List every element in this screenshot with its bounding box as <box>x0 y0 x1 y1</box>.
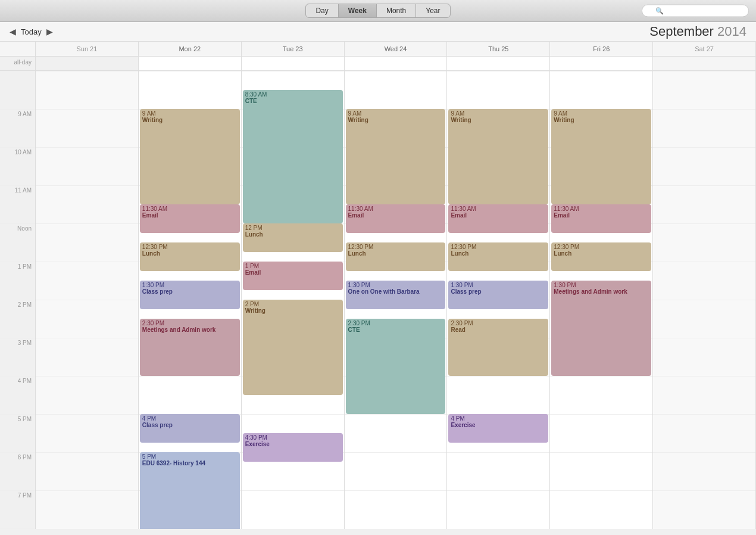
all-day-cell-tue <box>242 57 345 70</box>
event-fri-lunch[interactable]: 12:30 PM Lunch <box>551 242 651 271</box>
time-slot-4pm: 4 PM <box>0 376 35 414</box>
nav-bar: ◀ Today ▶ September 2014 <box>0 22 756 42</box>
event-mon-classprep1[interactable]: 1:30 PM Class prep <box>140 281 240 309</box>
event-mon-writing[interactable]: 9 AM Writing <box>140 109 240 204</box>
day-column-thu: 9 AM Writing 11:30 AM Email 12:30 PM Lun… <box>447 71 550 529</box>
day-header-sun: Sun 21 <box>36 42 139 56</box>
week-view-button[interactable]: Week <box>339 4 377 17</box>
event-tue-exercise[interactable]: 4:30 PM Exercise <box>243 433 343 462</box>
all-day-cell-sun <box>36 57 139 70</box>
event-fri-writing[interactable]: 9 AM Writing <box>551 109 651 204</box>
day-column-wed: 9 AM Writing 11:30 AM Email 12:30 PM Lun… <box>345 71 448 529</box>
event-tue-email[interactable]: 1 PM Email <box>243 262 343 290</box>
calendar-container: Sun 21 Mon 22 Tue 23 Wed 24 Thu 25 Fri 2… <box>0 42 756 529</box>
event-mon-lunch[interactable]: 12:30 PM Lunch <box>140 242 240 271</box>
today-button[interactable]: Today <box>21 27 42 36</box>
day-header-wed: Wed 24 <box>345 42 448 56</box>
all-day-cell-mon <box>139 57 242 70</box>
event-wed-writing[interactable]: 9 AM Writing <box>346 109 446 204</box>
day-column-sat <box>653 71 756 529</box>
day-header-tue: Tue 23 <box>242 42 345 56</box>
event-thu-classprep[interactable]: 1:30 PM Class prep <box>448 281 548 309</box>
all-day-cell-fri <box>550 57 653 70</box>
event-wed-lunch[interactable]: 12:30 PM Lunch <box>346 242 446 271</box>
time-slot-10am: 10 AM <box>0 147 35 185</box>
day-column-sun <box>36 71 139 529</box>
event-mon-edu[interactable]: 5 PM EDU 6392- History 144 <box>140 452 240 529</box>
day-header-fri: Fri 26 <box>550 42 653 56</box>
time-column: 9 AM 10 AM 11 AM Noon 1 PM 2 PM 3 PM 4 P… <box>0 71 36 529</box>
event-tue-writing[interactable]: 2 PM Writing <box>243 300 343 395</box>
event-tue-cte[interactable]: 8:30 AM CTE <box>243 90 343 223</box>
time-slot-6pm: 6 PM <box>0 452 35 490</box>
time-slot-noon: Noon <box>0 223 35 262</box>
all-day-cell-wed <box>345 57 448 70</box>
event-fri-meetings[interactable]: 1:30 PM Meetings and Admin work <box>551 281 651 376</box>
event-wed-cte[interactable]: 2:30 PM CTE <box>346 319 446 414</box>
event-mon-meetings[interactable]: 2:30 PM Meetings and Admin work <box>140 319 240 376</box>
day-headers: Sun 21 Mon 22 Tue 23 Wed 24 Thu 25 Fri 2… <box>0 42 756 57</box>
day-header-thu: Thu 25 <box>447 42 550 56</box>
event-mon-classprep2[interactable]: 4 PM Class prep <box>140 414 240 443</box>
all-day-cell-sat <box>653 57 756 70</box>
month-name: September <box>649 24 717 39</box>
time-slot-2pm: 2 PM <box>0 300 35 338</box>
search-bar[interactable]: 🔍 <box>642 5 749 17</box>
time-gutter-header <box>0 42 36 56</box>
toolbar: Day Week Month Year 🔍 <box>0 0 756 22</box>
all-day-row: all-day <box>0 57 756 71</box>
view-switcher: Day Week Month Year <box>305 4 450 18</box>
time-slot-3pm: 3 PM <box>0 338 35 376</box>
time-slot-9am: 9 AM <box>0 109 35 147</box>
event-mon-email[interactable]: 11:30 AM Email <box>140 204 240 233</box>
month-title: September 2014 <box>649 24 746 39</box>
nav-arrows: ◀ Today ▶ <box>10 27 53 36</box>
app-container: Day Week Month Year 🔍 ◀ Today ▶ Septembe… <box>0 0 756 529</box>
next-button[interactable]: ▶ <box>46 27 53 36</box>
day-column-tue: 8:30 AM CTE 12 PM Lunch 1 PM Email <box>242 71 345 529</box>
day-column-mon: 9 AM Writing 11:30 AM Email 12:30 PM Lun… <box>139 71 242 529</box>
time-slot-8am <box>0 71 35 109</box>
time-slot-5pm: 5 PM <box>0 414 35 452</box>
day-view-button[interactable]: Day <box>306 4 338 17</box>
event-fri-email[interactable]: 11:30 AM Email <box>551 204 651 233</box>
day-column-fri: 9 AM Writing 11:30 AM Email 12:30 PM Lun… <box>550 71 653 529</box>
time-slot-1pm: 1 PM <box>0 262 35 300</box>
time-slot-11am: 11 AM <box>0 185 35 223</box>
event-wed-email[interactable]: 11:30 AM Email <box>346 204 446 233</box>
event-wed-oneonone[interactable]: 1:30 PM One on One with Barbara <box>346 281 446 309</box>
day-header-mon: Mon 22 <box>139 42 242 56</box>
year: 2014 <box>717 24 746 39</box>
all-day-cell-thu <box>447 57 550 70</box>
event-thu-exercise[interactable]: 4 PM Exercise <box>448 414 548 443</box>
year-view-button[interactable]: Year <box>416 4 449 17</box>
time-slot-7pm: 7 PM <box>0 490 35 528</box>
time-grid: 9 AM 10 AM 11 AM Noon 1 PM 2 PM 3 PM 4 P… <box>0 71 756 529</box>
event-thu-email[interactable]: 11:30 AM Email <box>448 204 548 233</box>
month-view-button[interactable]: Month <box>377 4 416 17</box>
event-thu-read[interactable]: 2:30 PM Read <box>448 319 548 376</box>
event-thu-writing[interactable]: 9 AM Writing <box>448 109 548 204</box>
prev-button[interactable]: ◀ <box>10 27 16 36</box>
event-tue-lunch[interactable]: 12 PM Lunch <box>243 223 343 252</box>
scroll-area[interactable]: 9 AM 10 AM 11 AM Noon 1 PM 2 PM 3 PM 4 P… <box>0 71 756 529</box>
time-slot-8pm: 8 PM <box>0 528 35 529</box>
all-day-label: all-day <box>0 57 36 70</box>
day-header-sat: Sat 27 <box>653 42 756 56</box>
event-thu-lunch[interactable]: 12:30 PM Lunch <box>448 242 548 271</box>
